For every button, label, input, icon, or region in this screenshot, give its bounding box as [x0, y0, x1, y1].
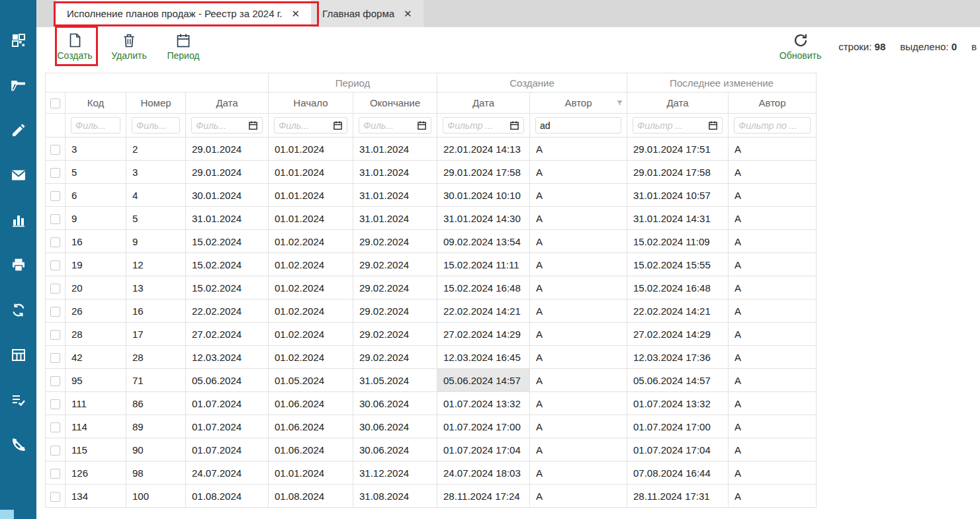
row-checkbox[interactable] — [50, 376, 60, 386]
row-checkbox[interactable] — [50, 353, 60, 363]
filter-start-input[interactable] — [279, 120, 330, 131]
period-button[interactable]: Период — [165, 32, 202, 61]
create-button-label: Создать — [57, 50, 92, 61]
row-checkbox[interactable] — [50, 307, 60, 317]
cell-end: 31.01.2024 — [353, 184, 437, 207]
phone-disabled-icon[interactable] — [10, 436, 27, 454]
cell-start: 01.02.2024 — [269, 253, 353, 276]
table-row[interactable]: 20 13 15.02.2024 01.02.2024 29.02.2024 1… — [46, 276, 817, 299]
filter-change-author-input[interactable] — [738, 120, 806, 131]
rows-count-value: 98 — [875, 41, 886, 52]
table-row[interactable]: 126 98 24.07.2024 01.01.2024 31.12.2024 … — [46, 461, 817, 485]
cell-create-author: A — [530, 438, 627, 461]
tab-close-icon[interactable]: ✕ — [404, 9, 412, 19]
calendar-icon[interactable] — [708, 120, 718, 130]
bar-chart-icon[interactable] — [10, 212, 27, 229]
filter-code-input[interactable] — [75, 120, 116, 131]
table-row[interactable]: 26 16 22.02.2024 01.02.2024 29.02.2024 2… — [46, 299, 817, 323]
row-checkbox[interactable] — [50, 145, 60, 155]
table-row[interactable]: 16 9 15.02.2024 01.02.2024 29.02.2024 09… — [46, 230, 817, 253]
cell-change-author: A — [729, 485, 817, 508]
table-row[interactable]: 5 3 29.01.2024 01.01.2024 31.01.2024 29.… — [46, 161, 817, 184]
table-row[interactable]: 28 17 27.02.2024 01.02.2024 29.02.2024 2… — [46, 323, 817, 346]
table-icon[interactable] — [10, 346, 27, 364]
row-checkbox[interactable] — [50, 214, 60, 224]
col-end[interactable]: Окончание — [353, 93, 437, 114]
cell-start: 01.02.2024 — [269, 323, 353, 346]
row-checkbox[interactable] — [50, 330, 60, 340]
row-checkbox[interactable] — [50, 284, 60, 294]
row-checkbox[interactable] — [50, 492, 60, 502]
mail-icon[interactable] — [10, 167, 27, 184]
filter-active-icon — [616, 99, 623, 106]
qr-grid-icon[interactable] — [10, 32, 27, 49]
filter-end-input[interactable] — [363, 120, 414, 131]
filter-create-author-input[interactable] — [540, 120, 617, 131]
grid-container: Период Создание Последнее изменение Код … — [45, 73, 816, 508]
sidebar-scroll-corner — [0, 510, 14, 519]
row-checkbox[interactable] — [50, 168, 60, 178]
row-checkbox[interactable] — [50, 399, 60, 409]
checklist-icon[interactable] — [10, 391, 27, 409]
calendar-icon[interactable] — [333, 120, 343, 130]
col-change-author[interactable]: Автор — [729, 93, 817, 114]
table-row[interactable]: 115 90 01.07.2024 01.06.2024 30.06.2024 … — [46, 438, 817, 461]
trash-icon — [121, 32, 137, 48]
row-checkbox[interactable] — [50, 260, 60, 270]
table-row[interactable]: 111 86 01.07.2024 01.06.2024 30.06.2024 … — [46, 392, 817, 415]
col-change-date[interactable]: Дата — [627, 93, 729, 114]
cell-change-date: 27.02.2024 14:29 — [627, 323, 729, 346]
cell-create-date: 05.06.2024 14:57 — [437, 369, 530, 392]
cell-date: 15.02.2024 — [186, 276, 269, 299]
row-checkbox[interactable] — [50, 469, 60, 479]
cell-create-author: A — [530, 346, 627, 369]
col-create-author[interactable]: Автор — [530, 93, 627, 114]
row-checkbox[interactable] — [50, 422, 60, 432]
cell-date: 24.07.2024 — [186, 461, 269, 485]
tab-sales-plan-registry[interactable]: Исполнение планов продаж - Реестр за 202… — [56, 0, 311, 27]
tab-main-form[interactable]: Главная форма ✕ — [311, 0, 423, 27]
folder-icon[interactable] — [10, 77, 27, 94]
cell-change-date: 22.02.2024 14:21 — [627, 299, 729, 323]
filter-number-input[interactable] — [136, 120, 175, 131]
create-button[interactable]: Создать — [56, 32, 93, 61]
pencil-icon[interactable] — [10, 122, 27, 139]
table-row[interactable]: 3 2 29.01.2024 01.01.2024 31.01.2024 22.… — [46, 138, 817, 161]
filter-change-date-input[interactable] — [637, 120, 705, 131]
calendar-icon[interactable] — [248, 120, 258, 130]
table-row[interactable]: 9 5 31.01.2024 01.01.2024 31.01.2024 31.… — [46, 207, 817, 230]
cell-start: 01.02.2024 — [269, 299, 353, 323]
filter-date-input[interactable] — [196, 120, 245, 131]
cell-number: 13 — [126, 276, 186, 299]
table-row[interactable]: 95 71 05.06.2024 01.05.2024 31.05.2024 0… — [46, 369, 817, 392]
new-document-icon — [67, 32, 83, 48]
filter-create-date-input[interactable] — [447, 120, 507, 131]
col-date[interactable]: Дата — [186, 93, 269, 114]
calendar-icon[interactable] — [510, 120, 519, 130]
cell-end: 29.02.2024 — [353, 253, 437, 276]
col-start[interactable]: Начало — [269, 93, 353, 114]
select-all-checkbox[interactable] — [50, 99, 60, 108]
table-row[interactable]: 42 28 12.03.2024 01.02.2024 29.02.2024 1… — [46, 346, 817, 369]
refresh-button[interactable]: Обновить — [780, 32, 821, 61]
sync-icon[interactable] — [10, 301, 27, 319]
col-create-date[interactable]: Дата — [437, 93, 530, 114]
tab-close-icon[interactable]: ✕ — [292, 9, 300, 19]
table-row[interactable]: 114 89 01.07.2024 01.06.2024 30.06.2024 … — [46, 415, 817, 438]
col-code[interactable]: Код — [66, 93, 126, 114]
row-checkbox[interactable] — [50, 191, 60, 201]
table-row[interactable]: 19 12 15.02.2024 01.02.2024 29.02.2024 1… — [46, 253, 817, 276]
cell-code: 95 — [66, 369, 126, 392]
row-checkbox[interactable] — [50, 446, 60, 456]
calendar-icon[interactable] — [417, 120, 427, 130]
cell-end: 31.12.2024 — [353, 461, 437, 485]
row-checkbox[interactable] — [50, 237, 60, 247]
col-number[interactable]: Номер — [126, 93, 186, 114]
main-area: Исполнение планов продаж - Реестр за 202… — [36, 0, 980, 519]
table-row[interactable]: 6 4 30.01.2024 01.01.2024 31.01.2024 30.… — [46, 184, 817, 207]
table-row[interactable]: 134 100 01.08.2024 01.08.2024 31.08.2024… — [46, 485, 817, 508]
cell-date: 05.06.2024 — [186, 369, 269, 392]
cell-start: 01.01.2024 — [269, 184, 353, 207]
printer-icon[interactable] — [10, 257, 27, 274]
delete-button[interactable]: Удалить — [111, 32, 148, 61]
